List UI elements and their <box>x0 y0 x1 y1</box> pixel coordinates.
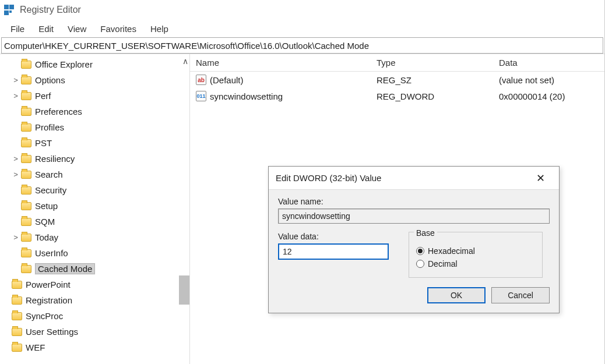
dialog-body: Value name: syncwindowsetting Value data… <box>269 190 559 313</box>
value-type: REG_DWORD <box>377 91 499 101</box>
tree-item[interactable]: Cached Mode <box>0 261 189 277</box>
expander-icon[interactable]: > <box>12 76 20 84</box>
value-row[interactable]: 011syncwindowsettingREG_DWORD0x00000014 … <box>190 88 604 104</box>
tree-item-label: Security <box>35 185 66 195</box>
tree-item[interactable]: Setup <box>0 198 189 214</box>
tree-item[interactable]: UserInfo <box>0 245 189 261</box>
tree-item-label: Setup <box>35 201 58 211</box>
tree-pane[interactable]: Office Explorer>Options>PerfPreferencesP… <box>0 54 190 364</box>
app-title: Registry Editor <box>20 5 81 15</box>
tree-item-label: SQM <box>35 217 55 227</box>
menu-favorites[interactable]: Favorites <box>93 22 143 36</box>
tree-item-label: Office Explorer <box>35 59 93 69</box>
col-header-name[interactable]: Name <box>196 58 377 68</box>
folder-icon <box>12 312 22 320</box>
value-data-label: Value data: <box>278 232 395 241</box>
registry-editor-window: Registry Editor File Edit View Favorites… <box>0 0 605 364</box>
tree-item[interactable]: SyncProc <box>0 308 189 324</box>
tree-item[interactable]: >Today <box>0 229 189 245</box>
folder-icon <box>12 296 22 305</box>
close-icon[interactable]: ✕ <box>529 172 552 185</box>
folder-icon <box>21 123 31 132</box>
titlebar: Registry Editor <box>0 0 604 20</box>
scrollbar-thumb[interactable] <box>179 275 189 305</box>
folder-icon <box>21 76 31 84</box>
tree-item-label: UserInfo <box>35 248 68 258</box>
folder-icon <box>21 234 31 242</box>
col-header-type[interactable]: Type <box>377 58 499 68</box>
folder-icon <box>21 186 31 195</box>
tree-item-label: Search <box>35 169 63 179</box>
col-header-data[interactable]: Data <box>499 58 604 68</box>
edit-dword-dialog: Edit DWORD (32-bit) Value ✕ Value name: … <box>268 166 560 313</box>
tree-item[interactable]: >Resiliency <box>0 151 189 167</box>
tree-item[interactable]: Office Explorer <box>0 56 189 72</box>
string-value-icon: ab <box>196 75 206 85</box>
app-icon <box>3 4 15 16</box>
dword-value-icon: 011 <box>196 91 206 101</box>
folder-icon <box>21 202 31 210</box>
folder-icon <box>21 265 31 273</box>
radio-hex-icon[interactable] <box>416 247 424 255</box>
tree-item[interactable]: PowerPoint <box>0 277 189 292</box>
folder-icon <box>21 92 31 100</box>
expander-icon[interactable]: > <box>12 154 20 163</box>
value-data: (value not set) <box>499 75 604 85</box>
menu-view[interactable]: View <box>61 22 93 36</box>
expander-icon[interactable]: > <box>12 91 20 100</box>
value-row[interactable]: ab(Default)REG_SZ(value not set) <box>190 72 604 88</box>
tree-item-label: PST <box>35 138 52 148</box>
dialog-titlebar[interactable]: Edit DWORD (32-bit) Value ✕ <box>269 167 559 190</box>
tree-item-label: SyncProc <box>26 311 63 321</box>
scroll-up-icon[interactable]: ∧ <box>182 56 188 66</box>
value-name-label: Value name: <box>278 197 550 206</box>
value-name: syncwindowsetting <box>210 91 283 101</box>
radio-dec-icon[interactable] <box>416 260 424 268</box>
tree-item[interactable]: PST <box>0 135 189 151</box>
radio-dec[interactable]: Decimal <box>416 256 535 271</box>
folder-icon <box>12 281 22 289</box>
cancel-button[interactable]: Cancel <box>491 287 550 303</box>
menubar: File Edit View Favorites Help <box>0 20 604 37</box>
tree-item[interactable]: SQM <box>0 214 189 229</box>
tree-item[interactable]: Security <box>0 182 189 198</box>
menu-file[interactable]: File <box>3 22 31 36</box>
value-data: 0x00000014 (20) <box>499 91 604 101</box>
tree-item[interactable]: User Settings <box>0 324 189 340</box>
folder-icon <box>21 249 31 257</box>
tree-item[interactable]: Profiles <box>0 119 189 135</box>
tree-item-label: Today <box>35 232 58 242</box>
value-name: (Default) <box>210 75 244 85</box>
tree-item-label: Registration <box>26 295 72 305</box>
base-legend: Base <box>414 228 437 238</box>
folder-icon <box>21 218 31 226</box>
tree-item-label: PowerPoint <box>26 280 71 289</box>
value-data-input[interactable]: 12 <box>278 243 389 260</box>
expander-icon[interactable]: > <box>12 233 20 242</box>
tree-item[interactable]: >Search <box>0 167 189 182</box>
folder-icon <box>21 171 31 179</box>
folder-icon <box>12 344 22 352</box>
value-name-field: syncwindowsetting <box>278 208 550 224</box>
column-headers: Name Type Data <box>190 54 604 72</box>
tree-item-label: Resiliency <box>35 154 75 164</box>
address-bar[interactable]: Computer\HKEY_CURRENT_USER\SOFTWARE\Micr… <box>1 37 603 54</box>
folder-icon <box>12 328 22 336</box>
tree-item-label: Profiles <box>35 122 64 132</box>
tree-item[interactable]: WEF <box>0 340 189 355</box>
tree-item[interactable]: Preferences <box>0 104 189 119</box>
tree-item[interactable]: >Options <box>0 72 189 88</box>
expander-icon[interactable]: > <box>12 170 20 179</box>
tree-item-label: WEF <box>26 342 45 352</box>
address-path: Computer\HKEY_CURRENT_USER\SOFTWARE\Micr… <box>4 41 369 51</box>
tree-item-label: Perf <box>35 91 51 101</box>
ok-button[interactable]: OK <box>427 287 486 303</box>
menu-edit[interactable]: Edit <box>31 22 61 36</box>
tree-item-label: Options <box>35 75 65 85</box>
menu-help[interactable]: Help <box>143 22 175 36</box>
folder-icon <box>21 155 31 163</box>
tree-item[interactable]: Registration <box>0 292 189 308</box>
folder-icon <box>21 108 31 116</box>
folder-icon <box>21 139 31 147</box>
tree-item[interactable]: >Perf <box>0 88 189 104</box>
